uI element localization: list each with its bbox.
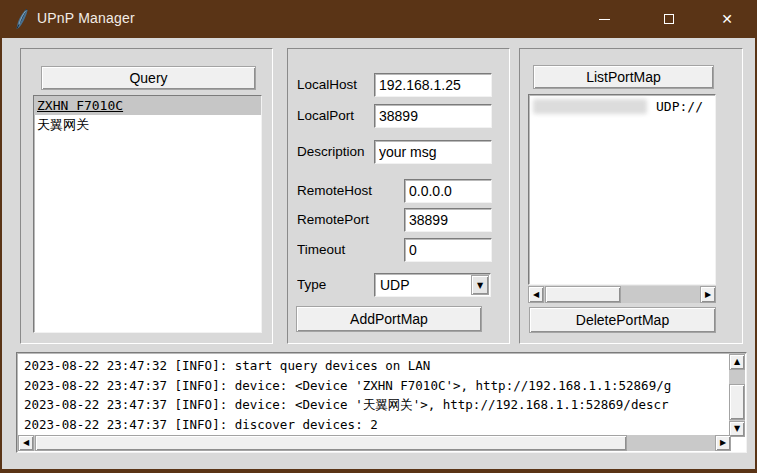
window-title: UPnP Manager: [37, 10, 135, 26]
portmap-item-text: UDP://: [656, 99, 703, 114]
deleteportmap-button[interactable]: DeletePortMap: [529, 307, 716, 333]
localhost-label: LocalHost: [297, 77, 374, 92]
description-label: Description: [297, 144, 374, 159]
log-text[interactable]: 2023-08-22 23:47:32 [INFO]: start query …: [19, 354, 729, 437]
scroll-left-button[interactable]: ◀: [528, 286, 544, 303]
scroll-thumb[interactable]: [729, 384, 745, 420]
portmap-list-panel: ListPortMap UDP:// ◀ ▶ DeletePortMap: [519, 48, 743, 344]
remoteport-label: RemotePort: [297, 212, 403, 227]
app-window: UPnP Manager ✕ Query ZXHN F7010C 天翼网关 Lo…: [0, 0, 757, 473]
localport-label: LocalPort: [297, 108, 374, 123]
scroll-up-button[interactable]: ▲: [729, 354, 745, 370]
maximize-icon: [664, 14, 674, 24]
log-vscrollbar[interactable]: ▲ ▼: [729, 354, 745, 437]
portmap-form-panel: LocalHost LocalPort Description RemoteHo…: [287, 48, 510, 344]
tk-feather-icon: [14, 8, 30, 30]
type-dropdown-button[interactable]: ▼: [471, 275, 489, 295]
scroll-thumb[interactable]: [545, 286, 621, 303]
chevron-down-icon: ▼: [477, 281, 483, 290]
titlebar: UPnP Manager ✕: [0, 0, 757, 38]
portmap-list-item[interactable]: UDP://: [529, 97, 715, 115]
remotehost-input[interactable]: [404, 179, 492, 203]
maximize-button[interactable]: [646, 0, 692, 38]
log-line: 2023-08-22 23:47:37 [INFO]: discover dev…: [24, 415, 729, 435]
scroll-right-icon: ▶: [705, 291, 711, 299]
minimize-button[interactable]: [581, 0, 627, 38]
type-combobox-value: UDP: [380, 277, 410, 293]
scroll-right-button[interactable]: ▶: [700, 286, 716, 303]
close-button[interactable]: ✕: [704, 0, 750, 38]
localport-input[interactable]: [374, 104, 492, 128]
type-label: Type: [297, 277, 374, 292]
localhost-input[interactable]: [374, 73, 492, 97]
portmap-hscrollbar[interactable]: ◀ ▶: [528, 286, 716, 303]
scroll-left-button[interactable]: ◀: [18, 435, 34, 451]
scroll-left-icon: ◀: [533, 291, 539, 299]
portmap-listbox[interactable]: UDP://: [528, 94, 716, 285]
scroll-right-icon: ▶: [720, 439, 726, 447]
listportmap-button[interactable]: ListPortMap: [533, 65, 714, 89]
scroll-down-button[interactable]: ▼: [729, 421, 745, 437]
redacted-region: [533, 99, 647, 114]
scroll-right-button[interactable]: ▶: [715, 435, 731, 451]
addportmap-button[interactable]: AddPortMap: [296, 306, 482, 332]
device-list-item[interactable]: 天翼网关: [34, 115, 261, 134]
scroll-up-icon: ▲: [734, 358, 740, 366]
type-combobox[interactable]: UDP ▼: [374, 273, 491, 297]
log-hscrollbar[interactable]: ◀ ▶: [18, 435, 731, 451]
device-list-item[interactable]: ZXHN F7010C: [34, 96, 261, 115]
log-line: 2023-08-22 23:47:32 [INFO]: start query …: [24, 356, 729, 376]
scroll-left-icon: ◀: [23, 439, 29, 447]
minimize-icon: [599, 19, 610, 20]
close-icon: ✕: [721, 12, 733, 26]
timeout-label: Timeout: [297, 242, 403, 257]
timeout-input[interactable]: [404, 238, 492, 262]
description-input[interactable]: [374, 140, 492, 164]
log-area: 2023-08-22 23:47:32 [INFO]: start query …: [16, 352, 747, 453]
scroll-thumb[interactable]: [35, 435, 627, 451]
device-query-panel: Query ZXHN F7010C 天翼网关: [20, 48, 273, 344]
log-line: 2023-08-22 23:47:37 [INFO]: device: <Dev…: [24, 376, 729, 396]
remoteport-input[interactable]: [404, 208, 492, 232]
device-listbox[interactable]: ZXHN F7010C 天翼网关: [33, 95, 262, 333]
remotehost-label: RemoteHost: [297, 183, 403, 198]
query-button[interactable]: Query: [41, 66, 256, 90]
log-line: 2023-08-22 23:47:37 [INFO]: device: <Dev…: [24, 395, 729, 415]
scroll-down-icon: ▼: [734, 425, 740, 433]
